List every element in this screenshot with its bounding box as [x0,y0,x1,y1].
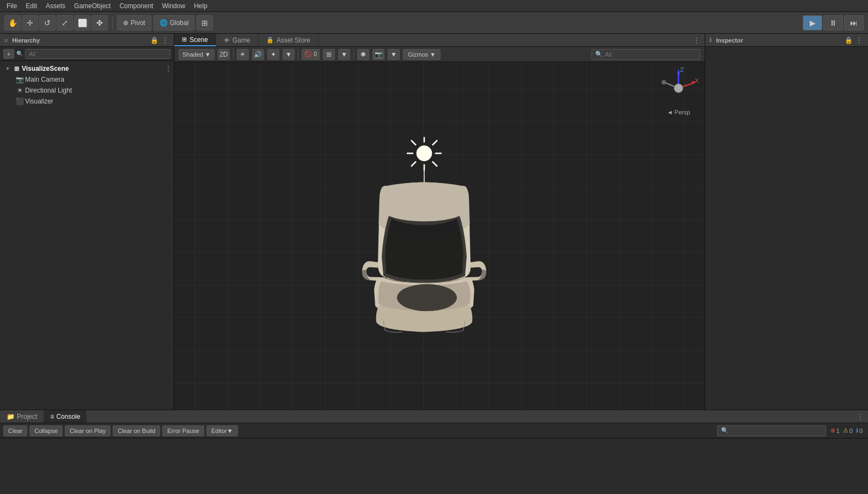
item-label-directional-light: Directional Light [25,87,72,94]
console-editor-dropdown[interactable]: Editor ▼ [206,425,238,436]
hand-tool[interactable]: ✋ [4,15,21,31]
chair-svg [348,137,500,333]
rect-tool[interactable]: ⬜ [74,15,90,31]
global-button[interactable]: 🌐 Global [154,15,195,31]
tab-asset-store[interactable]: 🔒 Asset Store [259,34,319,46]
console-collapse-button[interactable]: Collapse [29,425,63,436]
tab-more-icon[interactable]: ⋮ [688,34,705,46]
gizmos-button[interactable]: Gizmos ▼ [403,49,441,60]
scene-search-box: 🔍 [591,49,700,60]
grid-button[interactable]: ⊞ [197,15,213,31]
transform-tools: ✋ ✛ ↺ ⤢ ⬜ ✤ [4,15,108,31]
hierarchy-item-directional-light[interactable]: ☀ Directional Light [0,85,174,96]
center-panel: ⊞ Scene 👁 Game 🔒 Asset Store ⋮ Shaded ▼ … [174,34,705,410]
tab-console[interactable]: ≡ Console [44,410,87,423]
tab-scene[interactable]: ⊞ Scene [174,34,216,46]
menu-window[interactable]: Window [157,0,190,11]
hierarchy-more-icon[interactable]: ⋮ [161,36,169,45]
hierarchy-item-main-camera[interactable]: 📷 Main Camera [0,74,174,85]
console-search-input[interactable] [729,428,822,434]
scene-camera-btn[interactable]: 📷 [372,49,384,60]
shading-mode-select[interactable]: Shaded ▼ [179,49,215,60]
scene-grid-dropdown[interactable]: ▼ [338,49,350,60]
scene-search-input[interactable] [605,51,696,58]
hierarchy-item-visualizer[interactable]: ⬛ Visualizer [0,96,174,107]
console-clear-button[interactable]: Clear [3,425,27,436]
menu-edit[interactable]: Edit [21,0,41,11]
menu-help[interactable]: Help [190,0,212,11]
console-warning-icon: ⚠ [843,427,848,434]
console-error-count[interactable]: ⊗ 1 [830,427,840,434]
hierarchy-title: Hierarchy [12,37,148,44]
object-icon: ⬛ [15,97,24,106]
scene-hidden-objects-count[interactable]: 🚫 0 [302,49,320,60]
menu-assets[interactable]: Assets [41,0,70,11]
transform-tool[interactable]: ✤ [91,15,108,31]
hierarchy-header: ≡ Hierarchy 🔒 ⋮ [0,34,174,47]
play-button[interactable]: ▶ [803,15,822,31]
play-controls: ▶ ⏸ ⏭ [803,15,864,31]
scene-icon: ⊞ [12,64,21,73]
scene-camera-dropdown[interactable]: ▼ [388,49,400,60]
console-clear-on-play-button[interactable]: Clear on Play [65,425,111,436]
bottom-tab-more-icon[interactable]: ⋮ [853,410,868,423]
expand-icon: ▼ [4,65,11,72]
pause-button[interactable]: ⏸ [823,15,843,31]
scale-tool[interactable]: ⤢ [57,15,73,31]
hierarchy-panel: ≡ Hierarchy 🔒 ⋮ + 🔍 ▼ ⊞ VisualizeScene ⋮… [0,34,174,410]
console-content [0,438,868,494]
hierarchy-add-button[interactable]: + [3,49,14,59]
hierarchy-root-scene[interactable]: ▼ ⊞ VisualizeScene ⋮ [0,63,174,74]
persp-label: ◄ Persp [667,109,690,115]
light-icon: ☀ [15,86,24,95]
separator-1 [112,16,113,29]
tab-asset-store-label: Asset Store [277,36,310,44]
svg-text:X: X [695,77,699,84]
gizmos-label: Gizmos [408,51,428,58]
hierarchy-toolbar: + 🔍 [0,47,174,61]
rotate-tool[interactable]: ↺ [39,15,56,31]
pivot-button[interactable]: ⊕ Pivot [117,15,151,31]
hierarchy-search-input[interactable] [29,51,167,57]
menu-file[interactable]: File [2,0,21,11]
hierarchy-lock-icon[interactable]: 🔒 [150,36,158,45]
console-info-count[interactable]: ℹ 0 [856,427,863,434]
game-tab-icon: 👁 [224,37,230,44]
scene-fx-dropdown[interactable]: ▼ [283,49,295,60]
scene-grid-btn[interactable]: ⊞ [323,49,335,60]
inspector-more-icon[interactable]: ⋮ [855,36,864,45]
console-warning-count[interactable]: ⚠ 0 [843,427,853,434]
move-tool[interactable]: ✛ [22,15,38,31]
gizmo-widget[interactable]: Z X ◄ Persp [657,66,700,115]
console-tab-icon: ≡ [50,413,54,420]
menu-component[interactable]: Component [115,0,157,11]
scene-render-mode-btn[interactable]: ✱ [357,49,369,60]
svg-point-11 [397,284,457,312]
global-icon: 🌐 [160,19,168,27]
inspector-lock-icon[interactable]: 🔒 [844,36,853,45]
menu-gameobject[interactable]: GameObject [70,0,115,11]
scene-fx-btn[interactable]: ✦ [267,49,279,60]
scene-audio-btn[interactable]: 🔊 [252,49,264,60]
inspector-header: ℹ Inspector 🔒 ⋮ [705,34,868,47]
shading-dropdown-icon: ▼ [205,51,211,58]
tab-project[interactable]: 📁 Project [0,410,44,423]
gizmos-dropdown-icon: ▼ [430,51,436,58]
scene-light-btn[interactable]: ☀ [237,49,249,60]
2d-toggle[interactable]: 2D [218,49,230,60]
gizmo-svg: Z X [657,66,700,110]
inspector-title: Inspector [716,37,842,44]
project-tab-label: Project [17,413,37,420]
step-button[interactable]: ⏭ [844,15,864,31]
menu-bar: File Edit Assets GameObject Component Wi… [0,0,868,12]
item-label-main-camera: Main Camera [25,76,64,83]
scene-tab-icon: ⊞ [182,36,187,43]
scene-view[interactable]: Z X ◄ Persp [174,62,705,410]
svg-line-4 [411,141,416,145]
console-error-pause-button[interactable]: Error Pause [162,425,204,436]
scene-separator-2 [298,50,298,59]
item-label-visualizer: Visualizer [25,97,53,105]
scene-options-icon[interactable]: ⋮ [165,65,172,72]
tab-game[interactable]: 👁 Game [216,34,259,46]
console-clear-on-build-button[interactable]: Clear on Build [113,425,160,436]
